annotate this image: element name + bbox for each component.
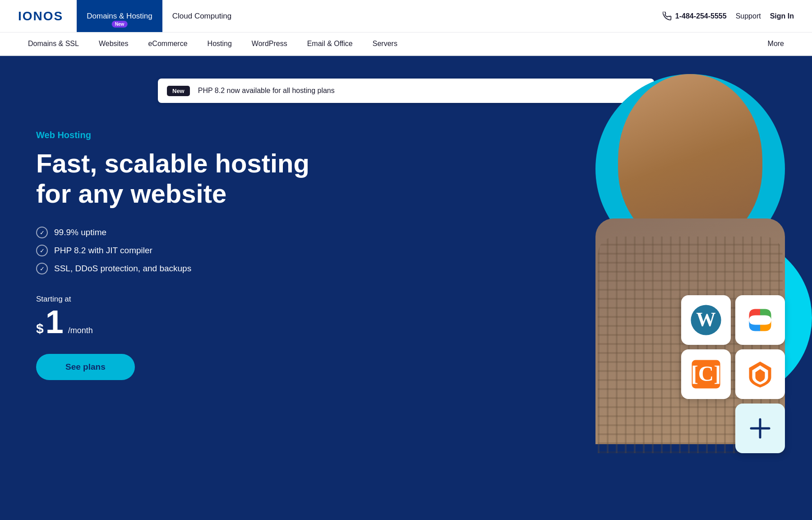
nav-item-cloud-computing-label: Cloud Computing bbox=[172, 12, 231, 21]
app-icons-container: W [C] bbox=[681, 295, 785, 453]
support-link[interactable]: Support bbox=[736, 12, 761, 20]
plus-icon bbox=[749, 417, 771, 440]
phone-number: 1-484-254-5555 bbox=[675, 12, 727, 20]
check-icon-php: ✓ bbox=[36, 245, 48, 256]
pricing-area: Starting at $ 1 /month bbox=[36, 295, 329, 338]
feature-item-php: ✓ PHP 8.2 with JIT compiler bbox=[36, 245, 329, 256]
wordpress-icon-card: W bbox=[681, 295, 731, 345]
feature-text-php: PHP 8.2 with JIT compiler bbox=[54, 246, 152, 255]
feature-item-uptime: ✓ 99.9% uptime bbox=[36, 227, 329, 238]
see-plans-button[interactable]: See plans bbox=[36, 354, 135, 380]
feature-text-ssl: SSL, DDoS protection, and backups bbox=[54, 264, 191, 274]
logo[interactable]: IONOS bbox=[18, 9, 63, 23]
nav-item-domains-hosting-label: Domains & Hosting bbox=[87, 12, 152, 21]
joomla-icon bbox=[744, 304, 776, 336]
check-icon-uptime: ✓ bbox=[36, 227, 48, 238]
svg-text:[C]: [C] bbox=[691, 362, 721, 385]
phone-area[interactable]: 1-484-254-5555 bbox=[663, 12, 727, 21]
price-row: $ 1 /month bbox=[36, 306, 329, 338]
hero-title: Fast, scalable hosting for any website bbox=[36, 149, 329, 209]
hero-subtitle: Web Hosting bbox=[36, 130, 329, 140]
announcement-badge: New bbox=[167, 86, 190, 96]
joomla-icon-card bbox=[735, 295, 785, 345]
typo3-icon-card bbox=[735, 349, 785, 399]
feature-list: ✓ 99.9% uptime ✓ PHP 8.2 with JIT compil… bbox=[36, 227, 329, 274]
primary-nav: Domains & Hosting New Cloud Computing bbox=[77, 0, 663, 32]
nav-servers[interactable]: Servers bbox=[363, 32, 407, 55]
typo3-icon bbox=[744, 358, 776, 390]
hero-left-content: Web Hosting Fast, scalable hosting for a… bbox=[36, 130, 329, 380]
cms-icon-card: [C] bbox=[681, 349, 731, 399]
wordpress-icon: W bbox=[690, 304, 722, 336]
starting-at-label: Starting at bbox=[36, 295, 329, 304]
nav-websites[interactable]: Websites bbox=[89, 32, 138, 55]
price-period: /month bbox=[68, 326, 93, 335]
cms-icon: [C] bbox=[690, 358, 722, 390]
price-dollar-sign: $ bbox=[36, 321, 44, 336]
plus-icon-card bbox=[735, 404, 785, 453]
phone-icon bbox=[663, 12, 672, 21]
nav-item-cloud-computing[interactable]: Cloud Computing bbox=[162, 0, 241, 32]
secondary-navigation: Domains & SSL Websites eCommerce Hosting… bbox=[0, 32, 812, 56]
top-right-area: 1-484-254-5555 Support Sign In bbox=[663, 12, 794, 21]
nav-new-badge: New bbox=[112, 21, 128, 28]
feature-item-ssl: ✓ SSL, DDoS protection, and backups bbox=[36, 263, 329, 274]
feature-text-uptime: 99.9% uptime bbox=[54, 228, 106, 237]
nav-wordpress[interactable]: WordPress bbox=[242, 32, 297, 55]
price-amount: 1 bbox=[46, 306, 64, 338]
hero-section: New PHP 8.2 now available for all hostin… bbox=[0, 56, 812, 480]
signin-button[interactable]: Sign In bbox=[770, 12, 794, 20]
nav-email-office[interactable]: Email & Office bbox=[297, 32, 363, 55]
nav-more[interactable]: More bbox=[758, 32, 794, 55]
nav-ecommerce[interactable]: eCommerce bbox=[138, 32, 197, 55]
nav-item-domains-hosting[interactable]: Domains & Hosting New bbox=[77, 0, 162, 32]
nav-domains-ssl[interactable]: Domains & SSL bbox=[18, 32, 89, 55]
top-navigation: IONOS Domains & Hosting New Cloud Comput… bbox=[0, 0, 812, 32]
check-icon-ssl: ✓ bbox=[36, 263, 48, 274]
nav-hosting[interactable]: Hosting bbox=[198, 32, 242, 55]
svg-text:W: W bbox=[696, 308, 715, 330]
